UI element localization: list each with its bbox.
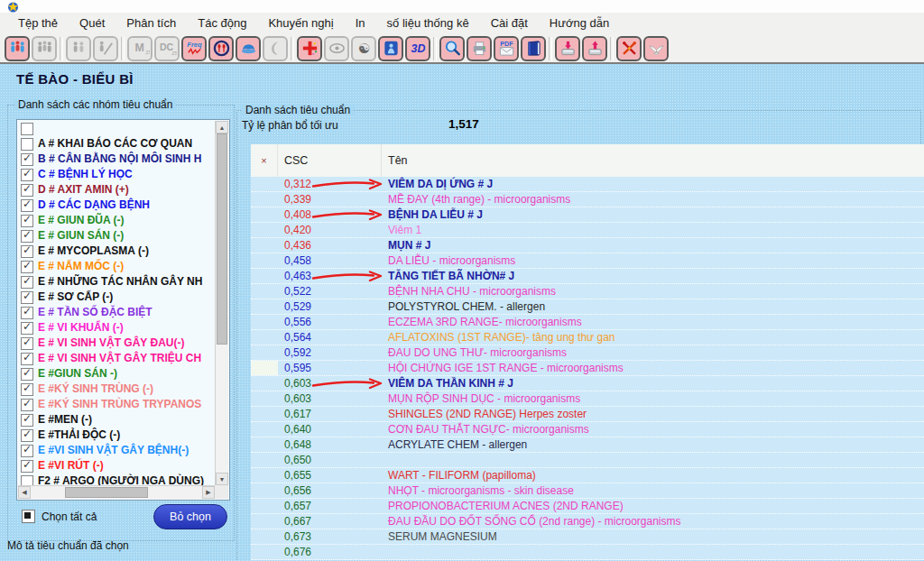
table-row[interactable]: 0,463TĂNG TIẾT BÃ NHỜN# J <box>251 269 924 284</box>
list-item-checkbox[interactable] <box>21 138 33 151</box>
toolbar-blue-beret-button[interactable] <box>236 36 261 61</box>
toolbar-freq-wave-button[interactable]: Freq <box>181 36 207 61</box>
list-item-checkbox[interactable] <box>21 169 33 181</box>
list-item[interactable]: E # VI SINH VẬT GÂY ĐAU(-) <box>18 336 215 351</box>
list-item[interactable]: E # SƠ CẤP (-) <box>18 290 215 305</box>
list-item-checkbox[interactable] <box>21 153 33 166</box>
toolbar-wings-button[interactable] <box>643 36 669 61</box>
list-item-checkbox[interactable] <box>21 230 33 243</box>
list-item-checkbox[interactable] <box>21 414 33 427</box>
horizontal-scrollbar[interactable]: ◀ ▶ <box>18 485 215 499</box>
scroll-left-button[interactable]: ◀ <box>18 486 31 499</box>
table-row[interactable]: 0,312VIÊM DA DỊ ỨNG # J <box>251 177 924 192</box>
toolbar-printer-button[interactable] <box>467 36 492 61</box>
toolbar-import-tray-button[interactable] <box>555 36 580 61</box>
list-item-checkbox[interactable] <box>21 322 33 335</box>
list-item-checkbox[interactable] <box>21 399 33 411</box>
table-row[interactable]: 0,640 CƠN ĐAU THẮT NGỰC- microorganisms <box>251 422 924 437</box>
list-item-checkbox[interactable] <box>21 460 33 473</box>
toolbar-pdf-mail-button[interactable]: PDF <box>494 36 519 61</box>
menu-item-8[interactable]: Hướng dẫn <box>539 13 620 34</box>
list-item-checkbox[interactable] <box>21 245 33 258</box>
menu-item-0[interactable]: Tệp thẻ <box>7 13 69 34</box>
list-item-checkbox[interactable] <box>21 291 33 304</box>
column-header-x[interactable]: × <box>251 144 278 177</box>
list-item-checkbox[interactable] <box>21 184 33 197</box>
list-item[interactable]: E #MEN (-) <box>18 412 215 428</box>
table-row[interactable]: 0,617SHINGLES (2ND RANGE) Herpes zoster <box>251 407 924 422</box>
table-row[interactable]: 0,436MỤN # J <box>251 238 924 253</box>
list-item[interactable]: D # AXIT AMIN (+) <box>18 182 215 198</box>
menu-item-6[interactable]: số liệu thống kê <box>376 13 480 34</box>
list-item[interactable]: E #VI SINH VẬT GÂY BỆNH(-) <box>18 443 215 458</box>
toolbar-magnifier-button[interactable] <box>439 36 465 61</box>
list-item[interactable]: E # GIUN SÁN (-) <box>18 228 215 244</box>
toolbar-export-tray-button[interactable] <box>582 36 607 61</box>
select-all-checkbox[interactable] <box>22 510 35 523</box>
table-row[interactable]: 0,650 <box>251 453 924 468</box>
horizontal-scroll-thumb[interactable] <box>65 487 148 498</box>
list-item-checkbox[interactable] <box>21 215 33 227</box>
table-row[interactable]: 0,408BỆNH DA LIỄU # J <box>251 207 924 223</box>
list-item[interactable] <box>18 121 215 136</box>
list-item-checkbox[interactable] <box>21 429 33 442</box>
table-row[interactable]: 0,655WART - FILIFORM (papilloma) <box>251 468 924 483</box>
list-item-checkbox[interactable] <box>21 383 33 396</box>
table-row[interactable]: 0,648ACRYLATE CHEM - allergen <box>251 437 924 453</box>
scroll-right-button[interactable]: ▶ <box>202 486 215 499</box>
menu-item-3[interactable]: Tác động <box>187 13 257 34</box>
vertical-scrollbar[interactable]: ▲ ▼ <box>215 121 228 485</box>
table-row[interactable]: 0,603MỤN RỘP SINH DỤC - microorganisms <box>251 391 924 407</box>
menu-item-7[interactable]: Cài đặt <box>480 13 539 34</box>
list-item[interactable]: E # NẤM MỐC (-) <box>18 259 215 274</box>
list-item-checkbox[interactable] <box>21 199 33 212</box>
table-row[interactable]: 0,595 HỘI CHỨNG IGE 1ST RANGE - microorg… <box>251 361 924 376</box>
toolbar-users-color-button[interactable] <box>5 36 30 61</box>
table-row[interactable]: 0,556ECZEMA 3RD RANGE- microorganisms <box>251 315 924 330</box>
list-item-checkbox[interactable] <box>21 276 33 289</box>
column-header-csc[interactable]: CSC <box>278 144 382 177</box>
toolbar-circle-utensils-button[interactable] <box>208 36 234 61</box>
column-header-ten[interactable]: Tên <box>382 144 924 177</box>
toolbar-book-button[interactable] <box>521 36 546 61</box>
list-item[interactable]: E #KÝ SINH TRÙNG (-) <box>18 382 215 397</box>
list-item-checkbox[interactable] <box>21 475 33 486</box>
table-row[interactable]: 0,673SERUM MAGNESIUM <box>251 529 924 545</box>
list-item[interactable]: E # MYCOPLASMA (-) <box>18 244 215 259</box>
table-row[interactable]: 0,657PROPIONOBACTERIUM ACNES (2ND RANGE) <box>251 499 924 514</box>
menu-item-1[interactable]: Quét <box>69 13 116 34</box>
list-item[interactable]: D # CÁC DẠNG BỆNH <box>18 198 215 213</box>
menu-item-4[interactable]: Khuyến nghị <box>257 13 344 34</box>
toolbar-tools-button[interactable] <box>616 36 642 61</box>
list-item[interactable]: E #GIUN SÁN -) <box>18 366 215 382</box>
list-item-checkbox[interactable] <box>21 123 33 135</box>
list-item[interactable]: E #THẢI ĐỘC (-) <box>18 428 215 443</box>
list-item-checkbox[interactable] <box>21 307 33 319</box>
list-item[interactable]: A # KHAI BÁO CÁC CƠ QUAN <box>18 136 215 152</box>
list-item[interactable]: E # GIUN ĐŨA (-) <box>18 213 215 228</box>
deselect-button[interactable]: Bỏ chọn <box>153 504 227 529</box>
table-row[interactable]: 0,564AFLATOXINS (1ST RANGE)- tăng ung th… <box>251 330 924 345</box>
table-row[interactable]: 0,529POLYSTYROL CHEM. - allergen <box>251 299 924 315</box>
list-item[interactable]: E #KÝ SINH TRÙNG TRYPANOS <box>18 397 215 412</box>
list-item[interactable]: F2 # ARGO (NGƯỜI NGA DÙNG) <box>18 474 215 485</box>
list-item[interactable]: E # VI SINH VẬT GÂY TRIỆU CH <box>18 351 215 366</box>
table-row[interactable]: 0,603VIÊM DA THẦN KINH # J <box>251 376 924 391</box>
scroll-down-button[interactable]: ▼ <box>216 473 228 485</box>
toolbar-med-cross-button[interactable] <box>297 36 322 61</box>
table-row[interactable]: 0,676 <box>251 545 924 560</box>
list-item[interactable]: E # VI KHUẨN (-) <box>18 320 215 336</box>
menu-item-5[interactable]: In <box>345 13 376 34</box>
table-row[interactable]: 0,339MỀ ĐAY (4th range) - microorganisms <box>251 192 924 207</box>
list-item[interactable]: E # TẦN SỐ ĐẶC BIỆT <box>18 305 215 320</box>
list-item[interactable]: C # BỆNH LÝ HỌC <box>18 167 215 182</box>
list-item-checkbox[interactable] <box>21 368 33 381</box>
list-item-checkbox[interactable] <box>21 445 33 457</box>
toolbar-body-scan-button[interactable] <box>378 36 403 61</box>
table-row[interactable]: 0,522BỆNH NHA CHU - microorganisms <box>251 284 924 299</box>
vertical-scroll-thumb[interactable] <box>217 133 227 345</box>
list-item[interactable]: B # CÂN BẰNG NỘI MÔI SINH H <box>18 152 215 167</box>
menu-item-2[interactable]: Phân tích <box>116 13 187 34</box>
list-item[interactable]: E #VI RÚT (-) <box>18 458 215 474</box>
list-item[interactable]: E # NHỮNG TÁC NHÂN GÂY NH <box>18 274 215 290</box>
